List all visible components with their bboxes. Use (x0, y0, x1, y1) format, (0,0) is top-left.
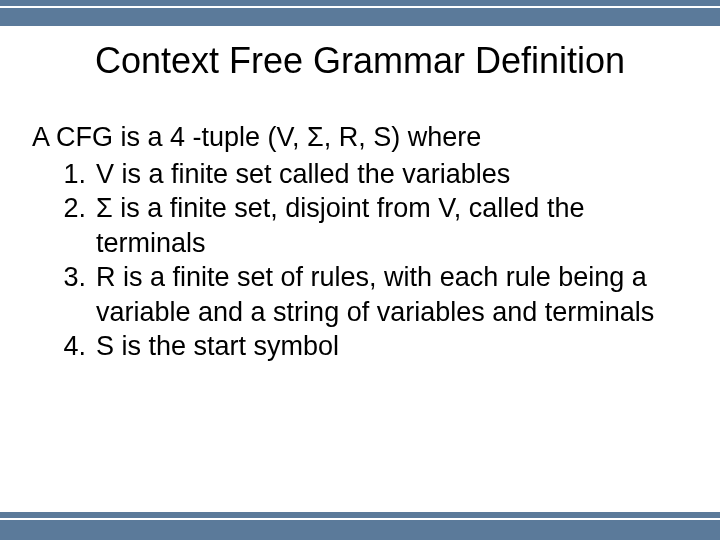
list-item-text: Σ is a finite set, disjoint from V, call… (96, 193, 584, 258)
decor-bar-bottom-thin (0, 512, 720, 518)
list-item-text: V is a finite set called the variables (96, 159, 510, 189)
decor-bar-top-thin (0, 0, 720, 6)
decor-bar-top-thick (0, 8, 720, 26)
list-item: V is a finite set called the variables (86, 157, 680, 192)
slide-title: Context Free Grammar Definition (0, 40, 720, 82)
list-item: S is the start symbol (86, 329, 680, 364)
decor-bar-bottom-thick (0, 520, 720, 540)
list-item: Σ is a finite set, disjoint from V, call… (86, 191, 680, 260)
definition-list: V is a finite set called the variables Σ… (32, 157, 680, 364)
list-item-text: R is a finite set of rules, with each ru… (96, 262, 654, 327)
list-item: R is a finite set of rules, with each ru… (86, 260, 680, 329)
list-item-text: S is the start symbol (96, 331, 339, 361)
slide-body: A CFG is a 4 -tuple (V, Σ, R, S) where V… (32, 120, 680, 364)
intro-text: A CFG is a 4 -tuple (V, Σ, R, S) where (32, 120, 680, 155)
slide: Context Free Grammar Definition A CFG is… (0, 0, 720, 540)
